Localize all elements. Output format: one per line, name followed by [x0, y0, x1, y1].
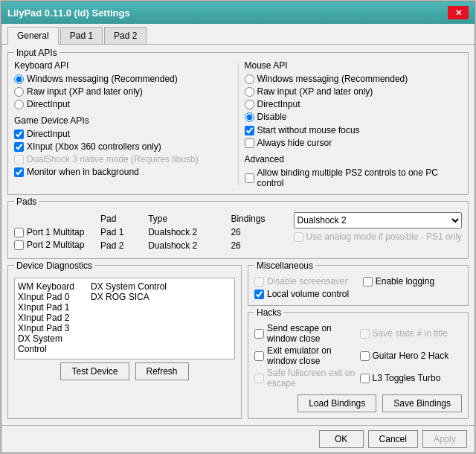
col-bindings: Bindings — [225, 212, 287, 226]
hack-check-1 — [360, 329, 370, 339]
keyboard-option-2[interactable]: DirectInput — [14, 99, 232, 109]
game-device-option-3[interactable]: Monitor when in background — [14, 167, 232, 177]
hack-option-1[interactable]: Save state # in title — [360, 323, 463, 344]
ok-button[interactable]: OK — [319, 430, 364, 448]
tab-pad2[interactable]: Pad 2 — [104, 27, 147, 44]
mouse-extra-check-0[interactable] — [245, 126, 254, 135]
hack-option-2[interactable]: Exit emulator on window close — [254, 345, 357, 366]
hack-check-2[interactable] — [254, 351, 264, 361]
load-bindings-button[interactable]: Load Bindings — [298, 394, 376, 412]
device-list: WM Keyboard DX System Control XInput Pad… — [14, 278, 235, 359]
pad-type-dropdown[interactable]: Dualshock 2 None/Mass storage device — [294, 212, 462, 228]
game-device-option-2[interactable]: DualShock 3 native mode (Requires libusb… — [14, 154, 232, 164]
col-type: Type — [142, 212, 225, 226]
bottom-section: Device Diagnostics WM Keyboard DX System… — [7, 263, 469, 419]
hacks-grid: Send escape on window close Save state #… — [254, 323, 462, 389]
input-apis-inner: Keyboard API Windows messaging (Recommen… — [14, 60, 462, 188]
pad1-name: Pad 1 — [94, 226, 142, 239]
right-apis: Mouse API Windows messaging (Recommended… — [245, 60, 463, 188]
window-title: LilyPad 0.11.0 (ld) Settings — [7, 7, 130, 19]
hacks-label: Hacks — [254, 307, 283, 318]
hack-check-3[interactable] — [360, 351, 370, 361]
hack-check-0[interactable] — [254, 329, 264, 339]
mouse-radio-1[interactable] — [245, 87, 254, 97]
input-apis-label: Input APIs — [14, 48, 60, 58]
mouse-radio-3[interactable] — [245, 112, 254, 122]
mouse-extra-1[interactable]: Always hide cursor — [245, 138, 463, 148]
tab-pad1[interactable]: Pad 1 — [60, 27, 103, 44]
game-device-option-1[interactable]: XInput (Xbox 360 controllers only) — [14, 141, 232, 152]
list-item: XInput Pad 2 — [18, 313, 231, 323]
keyboard-option-1[interactable]: Raw input (XP and later only) — [14, 86, 232, 97]
pad1-bindings: 26 — [225, 226, 287, 239]
mouse-extra-0[interactable]: Start without mouse focus — [245, 125, 463, 135]
tab-bar: General Pad 1 Pad 2 — [1, 24, 475, 45]
close-button[interactable]: ✕ — [448, 6, 469, 19]
miscellaneous-label: Miscellaneous — [254, 260, 315, 271]
misc-hacks-column: Miscellaneous Disable screensaver Enable… — [248, 263, 469, 419]
tab-general[interactable]: General — [7, 27, 59, 45]
mouse-radio-2[interactable] — [245, 100, 254, 109]
hack-option-5[interactable]: L3 Toggles Turbo — [360, 368, 463, 389]
apply-button[interactable]: Apply — [422, 430, 467, 448]
advanced-option-0[interactable]: Allow binding multiple PS2 controls to o… — [245, 167, 463, 188]
misc-option-2[interactable]: Local volume control — [254, 289, 462, 299]
keyboard-option-0[interactable]: Windows messaging (Recommended) — [14, 74, 232, 84]
mouse-radio-0[interactable] — [245, 74, 254, 84]
misc-row1: Disable screensaver Enable logging — [254, 276, 462, 287]
misc-option-1[interactable]: Enable logging — [363, 276, 434, 287]
misc-option-0[interactable]: Disable screensaver — [254, 276, 348, 287]
mouse-api-options: Windows messaging (Recommended) Raw inpu… — [245, 74, 463, 122]
port2-multitap-check[interactable] — [14, 240, 24, 250]
main-window: LilyPad 0.11.0 (ld) Settings ✕ General P… — [1, 1, 475, 453]
hack-check-4 — [254, 374, 264, 383]
pads-table: Pad Type Bindings Pad 1 Dualshock 2 26 — [94, 212, 288, 252]
misc-check-2[interactable] — [254, 290, 264, 299]
port1-multitap[interactable]: Port 1 Multitap — [14, 227, 89, 237]
port1-multitap-check[interactable] — [14, 228, 24, 237]
pad2-bindings: 26 — [225, 239, 287, 252]
list-item: XInput Pad 0 DX ROG SICA — [18, 292, 231, 302]
analog-mode-check — [294, 232, 303, 242]
cancel-button[interactable]: Cancel — [368, 430, 418, 448]
hack-option-4[interactable]: Safe fullscreen exit on escape — [254, 368, 357, 389]
mouse-option-1[interactable]: Raw input (XP and later only) — [245, 86, 463, 97]
misc-check-0 — [254, 277, 264, 287]
bindings-buttons-row: Load Bindings Save Bindings — [254, 394, 462, 412]
hack-option-3[interactable]: Guitar Hero 2 Hack — [360, 345, 463, 366]
game-device-check-3[interactable] — [14, 167, 24, 177]
col-pad: Pad — [94, 212, 142, 226]
keyboard-radio-1[interactable] — [14, 87, 24, 97]
device-diagnostics-label: Device Diagnostics — [14, 260, 94, 271]
pad1-type: Dualshock 2 — [142, 226, 225, 239]
mouse-option-2[interactable]: DirectInput — [245, 99, 463, 109]
mouse-option-0[interactable]: Windows messaging (Recommended) — [245, 74, 463, 84]
advanced-section: Advanced Allow binding multiple PS2 cont… — [245, 154, 463, 188]
keyboard-api-options: Windows messaging (Recommended) Raw inpu… — [14, 74, 232, 109]
game-device-check-0[interactable] — [14, 130, 24, 139]
mouse-extra-check-1[interactable] — [245, 138, 254, 148]
game-device-check-1[interactable] — [14, 142, 24, 152]
misc-check-1[interactable] — [363, 277, 373, 287]
analog-mode-option[interactable]: Use analog mode if possible - PS1 only — [294, 231, 462, 242]
refresh-button[interactable]: Refresh — [135, 362, 189, 380]
hack-option-0[interactable]: Send escape on window close — [254, 323, 357, 344]
main-content: Input APIs Keyboard API Windows messagin… — [1, 45, 475, 425]
mouse-extra-options: Start without mouse focus Always hide cu… — [245, 125, 463, 148]
keyboard-radio-2[interactable] — [14, 100, 24, 109]
advanced-check-0[interactable] — [245, 173, 254, 183]
hacks-group: Hacks Send escape on window close Save s… — [248, 312, 469, 419]
test-device-button[interactable]: Test Device — [60, 362, 129, 380]
device-list-container: WM Keyboard DX System Control XInput Pad… — [14, 278, 235, 380]
port2-multitap[interactable]: Port 2 Multitap — [14, 240, 89, 250]
keyboard-api-title: Keyboard API — [14, 60, 232, 71]
keyboard-radio-0[interactable] — [14, 74, 24, 84]
mouse-api-title: Mouse API — [245, 60, 463, 71]
pads-right: Dualshock 2 None/Mass storage device Use… — [294, 212, 462, 242]
game-device-options: DirectInput XInput (Xbox 360 controllers… — [14, 129, 232, 177]
miscellaneous-group: Miscellaneous Disable screensaver Enable… — [248, 265, 469, 306]
save-bindings-button[interactable]: Save Bindings — [382, 394, 462, 412]
mouse-option-3[interactable]: Disable — [245, 112, 463, 122]
game-device-option-0[interactable]: DirectInput — [14, 129, 232, 139]
hack-check-5[interactable] — [360, 374, 370, 383]
